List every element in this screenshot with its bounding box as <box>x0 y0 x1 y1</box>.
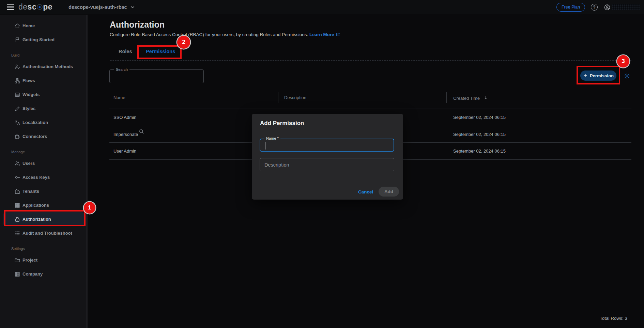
descope-logo: desc✳pe <box>18 2 52 12</box>
logo-text: pe <box>43 2 52 12</box>
key-icon <box>14 174 20 181</box>
tabs-divider <box>110 60 631 61</box>
sidebar-item-tenants[interactable]: Tenants <box>0 184 88 198</box>
add-button[interactable]: Add <box>379 187 399 197</box>
users-icon <box>14 160 20 167</box>
sidebar-item-applications[interactable]: Applications <box>0 198 88 212</box>
flowchart-icon <box>14 78 20 84</box>
sidebar-section-settings: Settings <box>0 246 88 251</box>
learn-more-link[interactable]: Learn More <box>309 32 334 37</box>
tab-permissions[interactable]: Permissions <box>146 49 175 54</box>
plus-icon <box>583 73 588 78</box>
project-name: descope-vuejs-auth-rbac <box>68 4 127 10</box>
sidebar: Home Getting Started Build Authenticatio… <box>0 15 88 328</box>
sidebar-item-widgets[interactable]: Widgets <box>0 88 88 101</box>
sidebar-item-flows[interactable]: Flows <box>0 74 88 88</box>
grid-icon <box>14 202 20 208</box>
total-rows-label: Total Rows: 3 <box>600 316 627 321</box>
column-header-name[interactable]: Name <box>113 95 125 100</box>
chevron-down-icon <box>129 4 136 10</box>
sidebar-item-label: Authorization <box>22 217 51 222</box>
search-input[interactable] <box>125 71 200 81</box>
name-input[interactable] <box>265 141 388 150</box>
person-check-icon <box>14 64 20 70</box>
column-separator <box>446 92 447 103</box>
project-selector[interactable]: descope-vuejs-auth-rbac <box>68 4 136 10</box>
modal-title: Add Permission <box>260 120 304 127</box>
sidebar-item-project[interactable]: Project <box>0 253 88 267</box>
sidebar-section-manage: Manage <box>0 149 88 155</box>
name-field <box>260 139 394 152</box>
topbar-divider <box>60 3 60 11</box>
table-row-name[interactable]: User Admin <box>113 149 136 154</box>
table-row-name[interactable]: SSO Admin <box>113 115 136 120</box>
sidebar-item-styles[interactable]: Styles <box>0 101 88 115</box>
sidebar-item-access-keys[interactable]: Access Keys <box>0 170 88 184</box>
sort-desc-arrow-icon[interactable] <box>483 95 488 101</box>
rows-icon <box>14 92 20 98</box>
sidebar-item-company[interactable]: Company <box>0 267 88 281</box>
puzzle-icon <box>14 134 20 140</box>
external-link-icon <box>334 32 340 37</box>
sidebar-item-label: Getting Started <box>22 37 55 42</box>
sidebar-item-label: Company <box>22 271 43 277</box>
home-icon <box>14 23 20 29</box>
sidebar-item-label: Home <box>22 23 35 28</box>
tab-roles[interactable]: Roles <box>119 49 132 54</box>
sidebar-item-label: Widgets <box>22 92 40 97</box>
sidebar-item-home[interactable]: Home <box>0 19 88 33</box>
logo-asterisk-icon: ✳ <box>37 4 43 10</box>
name-field-label: Name * <box>264 136 280 140</box>
account-icon[interactable] <box>604 4 611 11</box>
description-field <box>260 158 394 171</box>
column-separator <box>278 92 278 103</box>
flag-icon <box>14 37 20 43</box>
help-icon[interactable]: ? <box>591 4 598 11</box>
cancel-button[interactable]: Cancel <box>355 188 376 196</box>
topbar: desc✳pe descope-vuejs-auth-rbac Free Pla… <box>0 0 644 14</box>
sidebar-item-label: Project <box>22 257 37 263</box>
sidebar-item-authentication-methods[interactable]: Authentication Methods <box>0 60 88 74</box>
table-row-created-time: September 02, 2024 06:15 <box>453 132 506 137</box>
translate-icon <box>14 120 20 126</box>
company-building-icon <box>14 271 20 277</box>
sidebar-item-users[interactable]: Users <box>0 156 88 170</box>
logo-text: de <box>18 2 28 12</box>
column-header-description[interactable]: Description <box>284 95 306 100</box>
search-icon <box>138 128 144 136</box>
text-caret <box>265 142 265 150</box>
sidebar-item-label: Localization <box>22 120 48 125</box>
tenant-building-icon <box>14 188 20 194</box>
sidebar-item-label: Authentication Methods <box>22 64 73 69</box>
column-header-created-time[interactable]: Created Time <box>453 95 488 101</box>
redacted-username <box>612 4 640 10</box>
page-title: Authorization <box>110 20 165 30</box>
sidebar-item-label: Styles <box>22 106 35 111</box>
gear-icon[interactable] <box>623 72 631 80</box>
table-header-divider <box>109 109 631 109</box>
lock-icon <box>14 216 20 222</box>
sidebar-item-label: Tenants <box>22 189 39 194</box>
sidebar-item-label: Applications <box>22 203 49 208</box>
table-row-created-time: September 02, 2024 06:15 <box>453 149 506 154</box>
sidebar-item-label: Connectors <box>22 134 47 139</box>
menu-icon[interactable] <box>7 4 14 10</box>
page-description-text: Configure Role-Based Access Control (RBA… <box>110 32 308 37</box>
sidebar-item-getting-started[interactable]: Getting Started <box>0 33 88 47</box>
brush-icon <box>14 106 20 112</box>
sidebar-item-label: Users <box>22 161 35 166</box>
page-description: Configure Role-Based Access Control (RBA… <box>110 32 340 37</box>
table-row-created-time: September 02, 2024 06:15 <box>453 115 506 120</box>
sidebar-item-label: Flows <box>22 78 35 83</box>
free-plan-badge[interactable]: Free Plan <box>556 3 585 12</box>
sidebar-item-label: Access Keys <box>22 175 50 180</box>
folder-icon <box>14 257 20 263</box>
sidebar-item-audit-and-troubleshoot[interactable]: Audit and Troubleshoot <box>0 226 88 240</box>
description-input[interactable] <box>264 160 389 169</box>
sidebar-item-localization[interactable]: Localization <box>0 115 88 129</box>
sidebar-item-authorization[interactable]: Authorization <box>3 212 85 226</box>
sidebar-item-connectors[interactable]: Connectors <box>0 129 88 143</box>
table-row-name[interactable]: Impersonate <box>113 132 138 137</box>
add-permission-button[interactable]: Permission <box>580 71 616 81</box>
sidebar-item-label: Audit and Troubleshoot <box>22 231 72 236</box>
